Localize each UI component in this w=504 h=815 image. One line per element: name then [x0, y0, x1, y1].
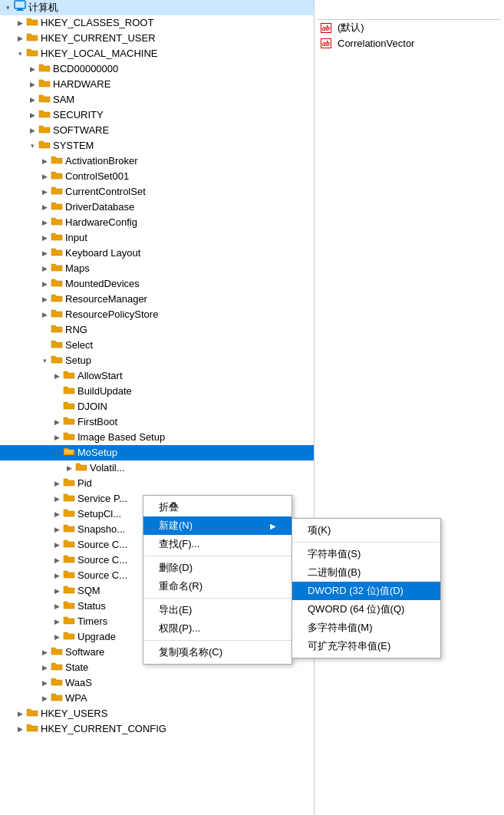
expand-btn-resourcemanager[interactable]: ▶ — [38, 293, 51, 305]
expand-btn-timers[interactable]: ▶ — [51, 615, 63, 628]
expand-btn-firstboot[interactable]: ▶ — [51, 416, 63, 428]
menu-item[interactable]: 导出(E) — [143, 601, 292, 619]
expand-btn-snapshot[interactable]: ▶ — [51, 523, 63, 536]
menu-item[interactable]: 字符串值(S) — [292, 545, 440, 563]
tree-item-bcd[interactable]: ▶BCD00000000 — [0, 61, 314, 77]
expand-btn-hku[interactable]: ▶ — [14, 708, 26, 720]
expand-btn-sourcec2[interactable]: ▶ — [51, 554, 63, 566]
tree-item-rng[interactable]: ▶RNG — [0, 322, 314, 338]
tree-item-wpa[interactable]: ▶WPA — [0, 691, 314, 706]
menu-item[interactable]: DWORD (32 位)值(D) — [292, 582, 440, 600]
tree-item-security[interactable]: ▶SECURITY — [0, 107, 314, 123]
expand-btn-hkcr[interactable]: ▶ — [14, 17, 26, 29]
tree-item-controlset001[interactable]: ▶ControlSet001 — [0, 169, 314, 184]
tree-item-buildupdate[interactable]: ▶BuildUpdate — [0, 384, 314, 399]
expand-btn-currentcontrolset[interactable]: ▶ — [38, 186, 51, 198]
reg-value-row[interactable]: ab(默认) — [318, 20, 501, 35]
tree-item-hku[interactable]: ▶HKEY_USERS — [0, 706, 314, 721]
menu-item[interactable]: QWORD (64 位)值(Q) — [292, 600, 440, 619]
tree-item-mounteddevices[interactable]: ▶MountedDevices — [0, 276, 314, 292]
menu-item[interactable]: 重命名(R) — [143, 577, 292, 596]
menu-item[interactable]: 项(K) — [292, 521, 440, 539]
tree-item-setup[interactable]: ▾Setup — [0, 353, 314, 368]
expand-btn-resourcepolicystore[interactable]: ▶ — [38, 309, 51, 321]
tree-item-resourcemanager[interactable]: ▶ResourceManager — [0, 292, 314, 307]
expand-btn-mosetup[interactable]: ▾ — [51, 447, 63, 459]
expand-btn-sourcec1[interactable]: ▶ — [51, 539, 63, 551]
tree-item-pid[interactable]: ▶Pid — [0, 476, 314, 491]
expand-btn-hkcu[interactable]: ▶ — [14, 32, 26, 45]
reg-value-row[interactable]: abCorrelationVector — [318, 35, 501, 51]
tree-item-sam[interactable]: ▶SAM — [0, 92, 314, 107]
expand-btn-upgrade[interactable]: ▶ — [51, 631, 63, 643]
menu-item[interactable]: 复制项名称(C) — [143, 643, 292, 662]
tree-item-driverdatabase[interactable]: ▶DriverDatabase — [0, 200, 314, 215]
expand-btn-keyboardlayout[interactable]: ▶ — [38, 247, 51, 259]
expand-btn-driverdatabase[interactable]: ▶ — [38, 201, 51, 213]
expand-btn-mounteddevices[interactable]: ▶ — [38, 278, 51, 290]
expand-btn-sourcec3[interactable]: ▶ — [51, 569, 63, 582]
menu-item[interactable]: 新建(N)▶ — [143, 516, 292, 535]
tree-item-volatil[interactable]: ▶Volatil... — [0, 460, 314, 476]
expand-btn-hkcc[interactable]: ▶ — [14, 723, 26, 735]
menu-item[interactable]: 二进制值(B) — [292, 563, 440, 582]
expand-btn-security[interactable]: ▶ — [26, 109, 38, 121]
expand-btn-computer[interactable]: ▾ — [2, 2, 14, 14]
expand-btn-bcd[interactable]: ▶ — [26, 63, 38, 75]
expand-btn-system[interactable]: ▾ — [26, 140, 38, 152]
menu-item[interactable]: 多字符串值(M) — [292, 619, 440, 637]
expand-btn-input[interactable]: ▶ — [38, 232, 51, 244]
tree-item-waas[interactable]: ▶WaaS — [0, 675, 314, 691]
expand-btn-sam[interactable]: ▶ — [26, 94, 38, 106]
expand-btn-software2[interactable]: ▶ — [38, 646, 51, 658]
tree-item-resourcepolicystore[interactable]: ▶ResourcePolicyStore — [0, 307, 314, 322]
tree-item-maps[interactable]: ▶Maps — [0, 261, 314, 276]
menu-item[interactable]: 删除(D) — [143, 559, 292, 577]
expand-btn-status[interactable]: ▶ — [51, 600, 63, 612]
tree-label-rng: RNG — [65, 322, 87, 338]
expand-btn-hardware[interactable]: ▶ — [26, 78, 38, 91]
expand-btn-sqm[interactable]: ▶ — [51, 585, 63, 597]
tree-item-computer[interactable]: ▾计算机 — [0, 0, 314, 15]
menu-item[interactable]: 查找(F)... — [143, 535, 292, 553]
tree-item-software[interactable]: ▶SOFTWARE — [0, 123, 314, 138]
tree-item-currentcontrolset[interactable]: ▶CurrentControlSet — [0, 184, 314, 200]
tree-item-allowstart[interactable]: ▶AllowStart — [0, 368, 314, 384]
expand-btn-hklm[interactable]: ▾ — [14, 48, 26, 60]
expand-btn-wpa[interactable]: ▶ — [38, 692, 51, 704]
expand-btn-software[interactable]: ▶ — [26, 124, 38, 137]
tree-item-select[interactable]: ▶Select — [0, 338, 314, 353]
tree-item-hardware[interactable]: ▶HARDWARE — [0, 77, 314, 92]
tree-item-keyboardlayout[interactable]: ▶Keyboard Layout — [0, 246, 314, 261]
tree-item-mosetup[interactable]: ▾MoSetup — [0, 445, 314, 460]
expand-btn-pid[interactable]: ▶ — [51, 477, 63, 490]
expand-btn-allowstart[interactable]: ▶ — [51, 370, 63, 382]
tree-item-system[interactable]: ▾SYSTEM — [0, 138, 314, 153]
expand-btn-servicep[interactable]: ▶ — [51, 493, 63, 505]
expand-btn-maps[interactable]: ▶ — [38, 262, 51, 275]
tree-item-hkcc[interactable]: ▶HKEY_CURRENT_CONFIG — [0, 721, 314, 737]
tree-item-hkcu[interactable]: ▶HKEY_CURRENT_USER — [0, 31, 314, 46]
folder-icon-state — [51, 660, 63, 675]
expand-btn-setupcl[interactable]: ▶ — [51, 508, 63, 520]
tree-item-input[interactable]: ▶Input — [0, 230, 314, 246]
expand-btn-setup[interactable]: ▾ — [38, 355, 51, 367]
menu-item[interactable]: 权限(P)... — [143, 619, 292, 638]
expand-btn-waas[interactable]: ▶ — [38, 677, 51, 689]
tree-item-activationbroker[interactable]: ▶ActivationBroker — [0, 153, 314, 169]
tree-item-hardwareconfig[interactable]: ▶HardwareConfig — [0, 215, 314, 230]
expand-btn-state[interactable]: ▶ — [38, 662, 51, 674]
tree-item-hklm[interactable]: ▾HKEY_LOCAL_MACHINE — [0, 46, 314, 61]
expand-btn-volatil[interactable]: ▶ — [63, 462, 75, 474]
expand-btn-controlset001[interactable]: ▶ — [38, 170, 51, 183]
tree-item-imagebasedsetup[interactable]: ▶Image Based Setup — [0, 430, 314, 445]
menu-item[interactable]: 折叠 — [143, 498, 292, 516]
tree-item-hkcr[interactable]: ▶HKEY_CLASSES_ROOT — [0, 15, 314, 31]
expand-btn-activationbroker[interactable]: ▶ — [38, 155, 51, 167]
menu-item[interactable]: 可扩充字符串值(E) — [292, 637, 440, 655]
tree-label-hardwareconfig: HardwareConfig — [65, 215, 137, 230]
expand-btn-imagebasedsetup[interactable]: ▶ — [51, 431, 63, 444]
tree-item-firstboot[interactable]: ▶FirstBoot — [0, 414, 314, 430]
tree-item-djoin[interactable]: ▶DJOIN — [0, 399, 314, 414]
expand-btn-hardwareconfig[interactable]: ▶ — [38, 216, 51, 229]
